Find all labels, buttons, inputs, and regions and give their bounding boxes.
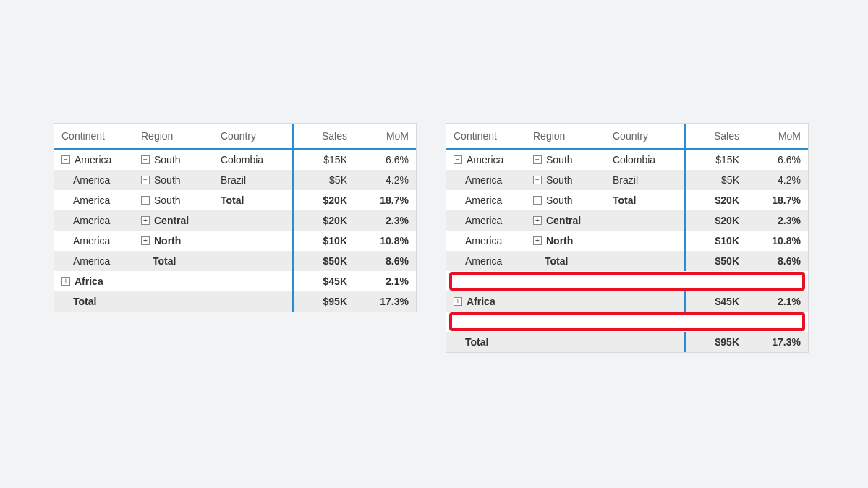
collapse-icon[interactable]: − (533, 176, 542, 184)
mom-value: 8.6% (746, 251, 808, 271)
collapse-icon[interactable]: − (454, 155, 462, 164)
continent-label: America (73, 174, 110, 186)
country-label: Total (221, 194, 244, 206)
table-row: AmericaTotal$50K8.6% (54, 251, 416, 271)
table-row: +Africa$45K2.1% (446, 291, 808, 312)
mom-value: 18.7% (354, 190, 416, 210)
continent-label: America (73, 194, 110, 206)
sales-value: $5K (685, 170, 746, 190)
expand-icon[interactable]: + (533, 216, 542, 225)
table-row: +Africa$45K2.1% (54, 271, 416, 291)
sales-value: $20K (293, 210, 354, 231)
matrix-body-left: −America−SouthColombia$15K6.6%America−So… (54, 149, 416, 312)
continent-label: America (73, 235, 110, 247)
col-country[interactable]: Country (605, 124, 685, 149)
mom-value: 2.1% (746, 291, 808, 312)
col-sales[interactable]: Sales (293, 124, 354, 149)
sales-value: $20K (685, 190, 746, 210)
region-label: Total (545, 255, 568, 267)
mom-value: 2.3% (354, 210, 416, 231)
sales-value: $10K (293, 231, 354, 251)
country-label: Brazil (613, 174, 638, 186)
continent-label: America (465, 194, 502, 206)
country-label: Total (613, 194, 636, 206)
mom-value: 8.6% (354, 251, 416, 271)
mom-value: 4.2% (354, 170, 416, 190)
sales-value: $20K (685, 210, 746, 231)
mom-value: 4.2% (746, 170, 808, 190)
continent-label: America (75, 154, 111, 166)
region-label: South (154, 194, 181, 206)
collapse-icon[interactable]: − (141, 176, 150, 184)
mom-value: 10.8% (746, 231, 808, 251)
continent-label: America (467, 154, 503, 166)
col-sales[interactable]: Sales (685, 124, 746, 149)
continent-label: America (465, 255, 502, 267)
region-label: South (154, 154, 181, 166)
continent-label: Total (465, 336, 488, 348)
matrix-table: Continent Region Country Sales MoM −Amer… (54, 124, 416, 312)
blank-highlight-row (446, 271, 808, 291)
region-label: North (546, 235, 573, 247)
sales-value: $95K (293, 291, 354, 312)
region-label: South (546, 174, 573, 186)
table-row: America+Central$20K2.3% (446, 210, 808, 231)
expand-icon[interactable]: + (533, 236, 542, 245)
mom-value: 2.1% (354, 271, 416, 291)
sales-value: $95K (685, 332, 746, 352)
expand-icon[interactable]: + (141, 236, 150, 245)
sales-value: $50K (685, 251, 746, 271)
continent-label: America (465, 174, 502, 186)
collapse-icon[interactable]: − (533, 196, 542, 205)
table-row: America−SouthBrazil$5K4.2% (54, 170, 416, 190)
sales-value: $50K (293, 251, 354, 271)
col-region[interactable]: Region (134, 124, 213, 149)
col-mom[interactable]: MoM (746, 124, 808, 149)
sales-value: $20K (293, 190, 354, 210)
sales-value: $45K (685, 291, 746, 312)
sales-value: $45K (293, 271, 354, 291)
table-row: AmericaTotal$50K8.6% (446, 251, 808, 271)
region-label: South (546, 154, 573, 166)
table-row: Total$95K17.3% (54, 291, 416, 312)
continent-label: America (465, 235, 502, 247)
mom-value: 10.8% (354, 231, 416, 251)
mom-value: 17.3% (354, 291, 416, 312)
col-country[interactable]: Country (213, 124, 293, 149)
continent-label: America (73, 215, 110, 226)
col-region[interactable]: Region (526, 124, 605, 149)
sales-value: $10K (685, 231, 746, 251)
table-row: America−SouthBrazil$5K4.2% (446, 170, 808, 190)
country-label: Colombia (221, 154, 263, 166)
matrix-body-right: −America−SouthColombia$15K6.6%America−So… (446, 149, 808, 352)
matrix-right: Continent Region Country Sales MoM −Amer… (446, 123, 809, 353)
expand-icon[interactable]: + (61, 277, 70, 286)
continent-label: Total (73, 296, 96, 307)
col-continent[interactable]: Continent (446, 124, 526, 149)
country-label: Brazil (221, 174, 246, 186)
collapse-icon[interactable]: − (61, 155, 70, 164)
col-mom[interactable]: MoM (354, 124, 416, 149)
region-label: South (546, 194, 573, 206)
table-row: America+Central$20K2.3% (54, 210, 416, 231)
mom-value: 17.3% (746, 332, 808, 352)
region-label: North (154, 235, 181, 247)
region-label: Total (153, 255, 176, 267)
sales-value: $15K (293, 149, 354, 170)
region-label: Central (154, 215, 189, 226)
collapse-icon[interactable]: − (141, 196, 150, 205)
matrix-table: Continent Region Country Sales MoM −Amer… (446, 124, 808, 352)
collapse-icon[interactable]: − (141, 155, 150, 164)
blank-highlight-row (446, 312, 808, 332)
continent-label: America (465, 215, 502, 226)
expand-icon[interactable]: + (141, 216, 150, 225)
collapse-icon[interactable]: − (533, 155, 542, 164)
table-row: Total$95K17.3% (446, 332, 808, 352)
col-continent[interactable]: Continent (54, 124, 134, 149)
table-row: −America−SouthColombia$15K6.6% (54, 149, 416, 170)
header-row: Continent Region Country Sales MoM (54, 124, 416, 149)
country-label: Colombia (613, 154, 655, 166)
mom-value: 2.3% (746, 210, 808, 231)
expand-icon[interactable]: + (454, 297, 462, 306)
table-row: −America−SouthColombia$15K6.6% (446, 149, 808, 170)
